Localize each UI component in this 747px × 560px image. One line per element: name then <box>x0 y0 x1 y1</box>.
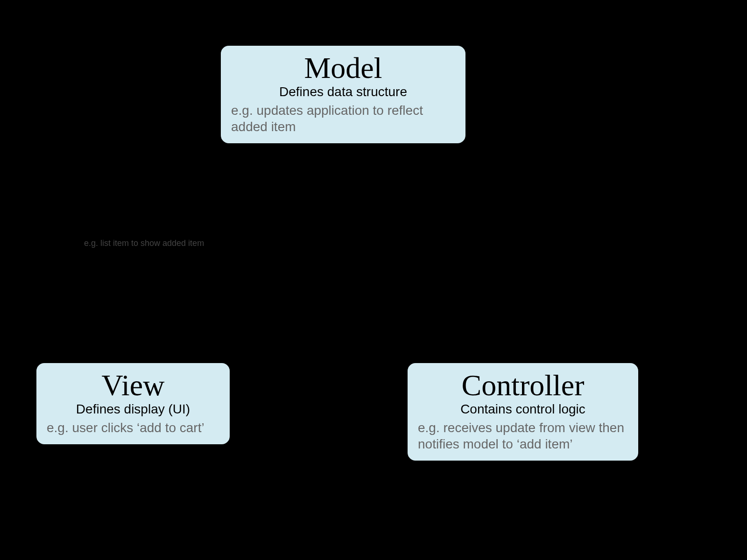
view-example: e.g. user clicks ‘add to cart’ <box>47 420 219 436</box>
label-sometimes-updates: Sometimes updates directly <box>238 433 399 448</box>
label-manipulates: Manipulates <box>497 229 567 243</box>
model-title: Model <box>231 52 455 84</box>
view-title: View <box>47 370 219 401</box>
node-model: Model Defines data structure e.g. update… <box>219 44 467 145</box>
label-sends-input: Sends input from user <box>252 371 381 385</box>
controller-title: Controller <box>418 370 628 401</box>
label-updates-secondary: e.g. list item to show added item <box>84 238 233 248</box>
controller-subtitle: Contains control logic <box>418 402 628 417</box>
node-controller: Controller Contains control logic e.g. r… <box>406 362 640 462</box>
model-example: e.g. updates application to reflect adde… <box>231 102 455 135</box>
model-subtitle: Defines data structure <box>231 84 455 99</box>
controller-example: e.g. receives update from view then noti… <box>418 420 628 452</box>
label-manipulates-primary: Manipulates <box>497 229 567 243</box>
label-updates: Updates e.g. list item to show added ite… <box>84 224 233 248</box>
node-view: View Defines display (UI) e.g. user clic… <box>35 362 231 446</box>
mvc-diagram: Model Defines data structure e.g. update… <box>0 0 747 560</box>
arrow-controller-to-model <box>462 168 509 359</box>
label-updates-primary: Updates <box>84 224 233 238</box>
label-sometimes-updates-primary: Sometimes updates directly <box>238 433 399 448</box>
label-sends-input-primary: Sends input from user <box>252 371 381 385</box>
view-subtitle: Defines display (UI) <box>47 402 219 417</box>
